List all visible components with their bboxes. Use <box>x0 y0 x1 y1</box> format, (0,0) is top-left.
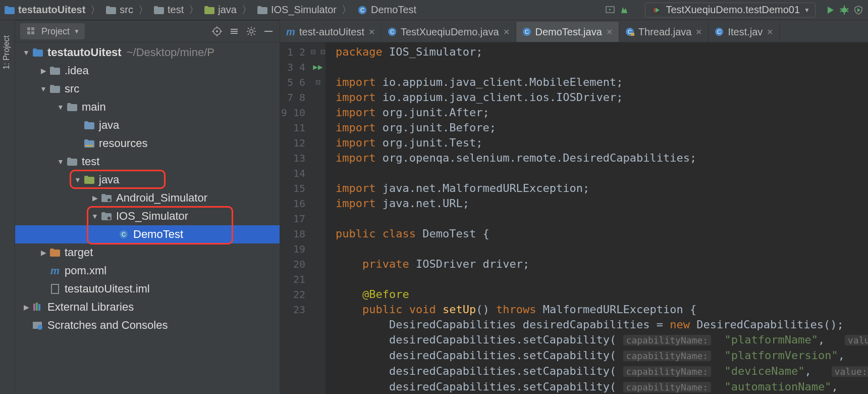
svg-point-72 <box>107 217 111 220</box>
tree-item-pom[interactable]: m pom.xml <box>15 262 280 280</box>
svg-rect-28 <box>31 27 34 30</box>
editor-tab[interactable]: mtest-autoUitest✕ <box>280 22 382 42</box>
run-config-selector[interactable]: TestXueqiuDemo.testDemo01 ▼ <box>645 3 816 18</box>
tree-item-main-java[interactable]: java <box>15 116 280 134</box>
close-icon[interactable]: ✕ <box>606 27 613 37</box>
editor-tab[interactable]: CDemoTest.java✕ <box>516 22 619 42</box>
project-tool-button[interactable]: 1: Project <box>2 35 11 70</box>
project-view-selector[interactable]: Project ▼ <box>20 23 85 39</box>
chevron-right-icon[interactable]: ▶ <box>91 194 99 202</box>
locate-icon[interactable] <box>211 25 223 37</box>
editor-tab[interactable]: CThread.java✕ <box>619 22 709 42</box>
svg-rect-75 <box>50 250 60 257</box>
project-view-label: Project <box>41 26 70 37</box>
tree-item-demotest[interactable]: C DemoTest <box>15 225 280 243</box>
chevron-right-icon[interactable]: ▶ <box>22 303 30 311</box>
chevron-down-icon[interactable]: ▼ <box>74 176 82 184</box>
chevron-down-icon[interactable]: ▼ <box>57 158 65 166</box>
svg-point-83 <box>37 325 42 330</box>
code-area[interactable]: package IOS_Simulator; import io.appium.… <box>326 42 868 394</box>
svg-rect-59 <box>84 121 88 123</box>
breadcrumb-seg[interactable]: testautoUitest <box>18 4 85 16</box>
chevron-down-icon[interactable]: ▼ <box>91 212 99 220</box>
tree-item-test[interactable]: ▼ test <box>15 153 280 171</box>
svg-rect-55 <box>50 85 54 87</box>
scratches-icon <box>32 320 43 331</box>
run-target-icon[interactable] <box>605 5 616 16</box>
svg-rect-57 <box>67 103 71 105</box>
svg-rect-68 <box>101 194 105 196</box>
tree-item-src[interactable]: ▼ src <box>15 80 280 98</box>
tree-item-main[interactable]: ▼ main <box>15 98 280 116</box>
close-icon[interactable]: ✕ <box>368 27 375 37</box>
svg-rect-64 <box>67 158 71 160</box>
svg-rect-5 <box>154 6 158 8</box>
library-icon <box>32 302 43 313</box>
debug-icon[interactable] <box>839 5 850 16</box>
class-icon: C <box>118 229 129 240</box>
tree-root[interactable]: ▼ testautoUitest ~/Desktop/mine/P <box>15 43 280 62</box>
svg-rect-51 <box>33 48 37 51</box>
collapse-icon[interactable] <box>228 25 240 37</box>
editor-tab[interactable]: CItest.jav✕ <box>709 22 780 42</box>
svg-text:C: C <box>525 29 529 35</box>
gear-icon[interactable] <box>245 25 257 37</box>
svg-rect-79 <box>33 304 35 311</box>
gutter-marks[interactable]: ⊟ ⊟ ▶▶ ⊟ <box>310 42 326 394</box>
tree-item-android-sim[interactable]: ▶ Android_Simulator <box>15 189 280 207</box>
close-icon[interactable]: ✕ <box>695 27 702 37</box>
svg-rect-62 <box>85 145 93 146</box>
build-icon[interactable] <box>619 5 630 16</box>
chevron-down-icon[interactable]: ▼ <box>57 103 65 111</box>
package-icon <box>257 5 268 16</box>
run-icon[interactable] <box>825 5 836 16</box>
close-icon[interactable]: ✕ <box>767 27 773 37</box>
chevron-down-icon[interactable]: ▼ <box>22 48 30 57</box>
breadcrumb[interactable]: testautoUitest〉 src〉 test〉 java〉 IOS_Sim… <box>4 3 416 17</box>
breadcrumb-seg[interactable]: IOS_Simulator <box>271 4 337 16</box>
coverage-icon[interactable] <box>853 5 864 16</box>
chevron-right-icon[interactable]: ▶ <box>39 249 47 257</box>
chevron-right-icon[interactable]: ▶ <box>39 67 47 75</box>
close-icon[interactable]: ✕ <box>503 27 510 37</box>
svg-line-45 <box>248 28 249 29</box>
tree-item-test-java[interactable]: ▼ java <box>15 171 280 189</box>
code-editor[interactable]: 1 2 3 4 5 6 7 8 9 10 11 12 13 14 15 16 1… <box>280 42 868 394</box>
tree-item-ios-sim[interactable]: ▼ IOS_Simulator <box>15 207 280 225</box>
svg-line-46 <box>254 34 255 35</box>
tree-item-scratches[interactable]: Scratches and Consoles <box>15 316 280 334</box>
svg-rect-0 <box>5 7 15 14</box>
svg-rect-8 <box>257 7 267 14</box>
breadcrumb-seg[interactable]: DemoTest <box>371 4 416 16</box>
package-icon <box>101 211 112 222</box>
project-tree[interactable]: ▼ testautoUitest ~/Desktop/mine/P ▶ .ide… <box>15 42 280 394</box>
tab-label: test-autoUitest <box>299 26 364 38</box>
svg-rect-39 <box>231 33 238 34</box>
svg-line-25 <box>846 11 848 12</box>
excluded-folder-icon <box>49 247 61 258</box>
svg-marker-14 <box>621 7 627 13</box>
svg-rect-37 <box>231 29 238 30</box>
chevron-down-icon[interactable]: ▼ <box>39 85 47 93</box>
editor-tab[interactable]: CTestXueqiuDemo.java✕ <box>382 22 516 42</box>
tree-item-external-libs[interactable]: ▶ External Libraries <box>15 298 280 316</box>
tree-item-target[interactable]: ▶ target <box>15 243 280 262</box>
svg-rect-90 <box>631 33 634 36</box>
svg-line-47 <box>248 34 249 35</box>
tab-label: Thread.java <box>638 26 692 38</box>
tree-item-idea[interactable]: ▶ .idea <box>15 62 280 80</box>
folder-icon <box>49 65 61 76</box>
junit-icon <box>650 5 662 16</box>
hide-icon[interactable] <box>262 25 275 37</box>
breadcrumb-seg[interactable]: src <box>120 4 133 16</box>
svg-line-23 <box>846 9 848 10</box>
svg-rect-3 <box>106 6 110 8</box>
tree-item-main-resources[interactable]: resources <box>15 134 280 153</box>
svg-rect-63 <box>67 159 77 166</box>
breadcrumb-seg[interactable]: java <box>218 4 237 16</box>
folder-icon <box>105 5 117 16</box>
svg-rect-80 <box>36 303 38 311</box>
tree-item-iml[interactable]: testautoUitest.iml <box>15 280 280 298</box>
chevron-right-icon: 〉 <box>138 3 148 17</box>
breadcrumb-seg[interactable]: test <box>168 4 184 16</box>
